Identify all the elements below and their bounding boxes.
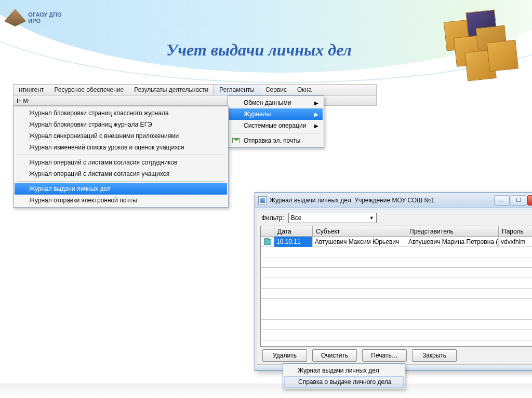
window-app-icon [258, 196, 267, 204]
col-password[interactable]: Пароль [499, 226, 532, 236]
window-minimize-button[interactable]: — [494, 195, 510, 205]
cell-subject[interactable]: Автушевич Максим Юрьевич [313, 237, 406, 247]
chevron-right-icon: ▶ [314, 112, 318, 117]
popup-item-label: Журнал выдачи личных дел [298, 367, 379, 374]
dropdown-reglamenty: Обмен данными ▶ Журналы ▶ Системные опер… [228, 95, 324, 148]
sub-item[interactable]: Журнал блокировки страниц журнала ЕГЭ [15, 119, 227, 130]
sub-item[interactable]: Журнал синхронизаций с внешними приложен… [15, 130, 227, 142]
menu-contingent[interactable]: нтингент [14, 85, 49, 95]
sub-item-label: Журнал отправки электронной почты [29, 197, 137, 204]
app-menubar: нтингент Ресурсное обеспечение Результат… [13, 84, 377, 95]
sub-item-label: Журнал выдачи личных дел [29, 185, 111, 193]
sub-item[interactable]: Журнал блокировки страниц классного журн… [15, 107, 227, 119]
menu-reglamenty[interactable]: Регламенты [214, 85, 260, 95]
org-logo: ОГАОУ ДПО ИРО [4, 2, 72, 33]
grid-rows[interactable]: 10.10.11 Автушевич Максим Юрьевич Автуше… [261, 237, 532, 346]
submenu-journals: Журнал блокировки страниц классного журн… [13, 106, 229, 208]
print-button[interactable]: Печать… [362, 349, 407, 362]
sub-item-label: Журнал блокировки страниц журнала ЕГЭ [29, 121, 152, 128]
cell-date[interactable]: 10.10.11 [274, 237, 313, 247]
sub-item-label: Журнал операций с листами согласия учащи… [29, 170, 169, 177]
dd-item-label: Системные операции [244, 122, 306, 129]
col-date[interactable]: Дата [274, 226, 313, 236]
data-grid: Дата Субъект Представитель Пароль 10.10.… [260, 226, 532, 347]
filter-label: Фильтр: [261, 214, 284, 222]
org-logo-text: ОГАОУ ДПО ИРО [28, 11, 72, 24]
journal-window: Журнал выдачи личных дел. Учреждение МОУ… [255, 192, 532, 371]
cell-pwd[interactable]: vdvxfnlm [499, 237, 532, 247]
menu-service[interactable]: Сервис [260, 85, 292, 95]
window-title: Журнал выдачи личных дел. Учреждение МОУ… [270, 197, 494, 204]
slide-title: Учет выдачи личных дел [166, 40, 352, 60]
window-close-button[interactable]: ✕ [527, 195, 532, 205]
row-icon-cell [261, 237, 274, 247]
dd-item-journals[interactable]: Журналы ▶ [229, 108, 323, 120]
sub-item-label: Журнал синхронизаций с внешними приложен… [29, 132, 179, 140]
button-row: Удалить Очистить Печать… Закрыть [257, 347, 532, 364]
sub-item[interactable]: Журнал операций с листами согласия учащи… [15, 168, 227, 180]
separator [231, 133, 321, 133]
window-maximize-button[interactable]: ☐ [511, 195, 526, 205]
sub-item[interactable]: Журнал операций с листами согласия сотру… [15, 157, 227, 168]
grid-header: Дата Субъект Представитель Пароль [261, 226, 532, 237]
cube-graphic [434, 7, 525, 93]
mail-icon [232, 138, 240, 143]
chevron-right-icon: ▶ [314, 100, 318, 106]
sub-item-selected[interactable]: Журнал выдачи личных дел [15, 183, 227, 195]
dd-item-label: Обмен данными [244, 99, 291, 106]
sub-item[interactable]: Журнал изменений списка уроков и оценок … [15, 142, 227, 153]
dd-item-sysops[interactable]: Системные операции ▶ [229, 120, 323, 131]
titlebar[interactable]: Журнал выдачи личных дел. Учреждение МОУ… [255, 193, 532, 208]
book-icon [4, 9, 26, 26]
col-subject[interactable]: Субъект [313, 226, 406, 236]
popup-item-journal[interactable]: Журнал выдачи личных дел [284, 365, 404, 376]
chevron-right-icon: ▶ [314, 123, 318, 129]
menu-results[interactable]: Результаты деятельности [129, 85, 214, 95]
filter-value: Все [291, 214, 302, 222]
dd-item-label: Журналы [244, 111, 271, 118]
menu-windows[interactable]: Окна [292, 85, 317, 95]
dd-item-label: Отправка эл. почты [244, 137, 300, 144]
toolbar-text: I+ M− [17, 98, 31, 104]
close-button[interactable]: Закрыть [412, 349, 457, 362]
table-row[interactable]: 10.10.11 Автушевич Максим Юрьевич Автуше… [261, 237, 532, 247]
dd-item-sendmail[interactable]: Отправка эл. почты [229, 135, 323, 146]
cell-rep[interactable]: Автушевич Марина Петровна (м [406, 237, 499, 247]
floor-shadow [0, 383, 532, 398]
menu-resources[interactable]: Ресурсное обеспечение [49, 85, 129, 95]
clear-button[interactable]: Очистить [312, 349, 357, 362]
sub-item-label: Журнал изменений списка уроков и оценок … [29, 144, 184, 151]
filter-select[interactable]: Все ▼ [288, 213, 377, 223]
col-representative[interactable]: Представитель [406, 226, 499, 236]
chevron-down-icon: ▼ [369, 215, 374, 221]
separator [17, 181, 225, 182]
dd-item-exchange[interactable]: Обмен данными ▶ [229, 97, 323, 108]
col-icon[interactable] [261, 226, 274, 236]
separator [17, 155, 225, 155]
delete-button[interactable]: Удалить [262, 349, 307, 362]
sub-item[interactable]: Журнал отправки электронной почты [15, 195, 227, 206]
sub-item-label: Журнал операций с листами согласия сотру… [29, 159, 177, 166]
folder-icon [264, 239, 271, 245]
sub-item-label: Журнал блокировки страниц классного журн… [29, 109, 169, 117]
